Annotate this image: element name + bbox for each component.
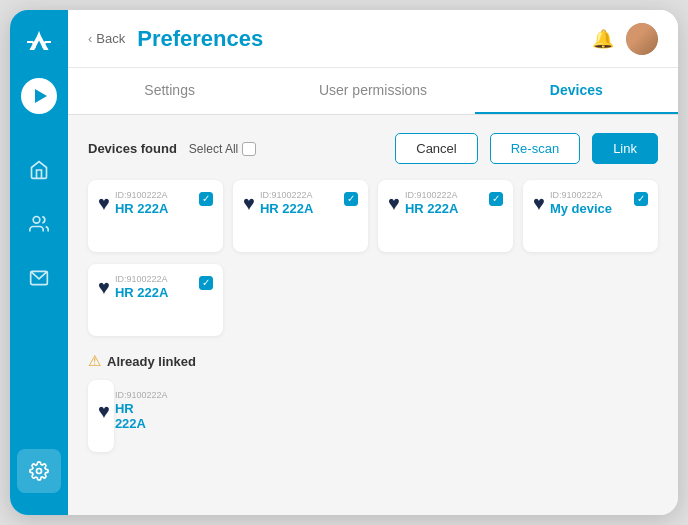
device-checkbox-3[interactable]: ✓ [489,192,503,206]
device-name-3: HR 222A [405,201,458,217]
linked-device-icon-area-1: ♥ ID:9100222A HR 222A [98,390,104,432]
rescan-button[interactable]: Re-scan [490,133,580,164]
device-icon-area-3: ♥ ID:9100222A HR 222A [388,190,458,216]
device-checkbox-2[interactable]: ✓ [344,192,358,206]
notification-icon[interactable]: 🔔 [592,28,614,50]
device-checkbox-1[interactable]: ✓ [199,192,213,206]
device-icon-area-4: ♥ ID:9100222A My device [533,190,612,216]
back-chevron-icon: ‹ [88,31,92,46]
check-icon-3: ✓ [492,194,500,204]
content-area: Devices found Select All Cancel Re-scan … [68,115,678,515]
tab-settings[interactable]: Settings [68,68,271,114]
device-icon-area-2: ♥ ID:9100222A HR 222A [243,190,313,216]
device-card-top-3: ♥ ID:9100222A HR 222A ✓ [388,190,503,216]
device-card-top-2: ♥ ID:9100222A HR 222A ✓ [243,190,358,216]
device-card-3[interactable]: ♥ ID:9100222A HR 222A ✓ [378,180,513,252]
device-name-5: HR 222A [115,285,168,301]
select-all-container: Select All [189,142,256,156]
device-name-1: HR 222A [115,201,168,217]
device-icon-area-1: ♥ ID:9100222A HR 222A [98,190,168,216]
device-info-2: ID:9100222A HR 222A [260,190,313,216]
device-checkbox-4[interactable]: ✓ [634,192,648,206]
linked-device-name-1: HR 222A [115,401,168,432]
main-content: ‹ Back Preferences 🔔 Settings User permi… [68,10,678,515]
play-icon [35,89,47,103]
sidebar-nav [17,148,61,449]
device-id-4: ID:9100222A [550,190,612,201]
select-all-checkbox[interactable] [242,142,256,156]
device-card-top-5: ♥ ID:9100222A HR 222A ✓ [98,274,213,300]
check-icon-4: ✓ [637,194,645,204]
tab-user-permissions[interactable]: User permissions [271,68,474,114]
svg-point-0 [33,217,40,224]
device-card-4[interactable]: ♥ ID:9100222A My device ✓ [523,180,658,252]
device-id-3: ID:9100222A [405,190,458,201]
heart-monitor-icon-3: ♥ [388,193,400,213]
play-button[interactable] [21,78,57,114]
linked-device-id-1: ID:9100222A [115,390,168,401]
linked-devices-list: ♥ ID:9100222A HR 222A [88,380,658,452]
device-card-top-4: ♥ ID:9100222A My device ✓ [533,190,648,216]
check-icon-5: ✓ [202,278,210,288]
device-info-1: ID:9100222A HR 222A [115,190,168,216]
device-icon-area-5: ♥ ID:9100222A HR 222A [98,274,168,300]
device-id-1: ID:9100222A [115,190,168,201]
cancel-button[interactable]: Cancel [395,133,477,164]
tabs: Settings User permissions Devices [68,68,678,115]
warning-icon: ⚠ [88,352,101,370]
header: ‹ Back Preferences 🔔 [68,10,678,68]
device-grid-row1: ♥ ID:9100222A HR 222A ✓ [88,180,658,252]
tab-devices[interactable]: Devices [475,68,678,114]
heart-monitor-icon-5: ♥ [98,277,110,297]
device-id-2: ID:9100222A [260,190,313,201]
app-logo [21,24,57,60]
linked-device-card-1[interactable]: ♥ ID:9100222A HR 222A [88,380,114,452]
already-linked-header: ⚠ Already linked [88,352,658,370]
header-right: 🔔 [592,23,658,55]
device-name-4: My device [550,201,612,217]
linked-heart-icon-1: ♥ [98,401,110,421]
link-button[interactable]: Link [592,133,658,164]
back-label: Back [96,31,125,46]
sidebar-settings[interactable] [17,449,61,493]
device-info-3: ID:9100222A HR 222A [405,190,458,216]
linked-device-info-1: ID:9100222A HR 222A [115,390,168,432]
sidebar [10,10,68,515]
device-name-2: HR 222A [260,201,313,217]
heart-monitor-icon-1: ♥ [98,193,110,213]
check-icon-2: ✓ [347,194,355,204]
device-card-top-1: ♥ ID:9100222A HR 222A ✓ [98,190,213,216]
device-info-5: ID:9100222A HR 222A [115,274,168,300]
svg-point-2 [37,469,42,474]
devices-found-label: Devices found [88,141,177,156]
app-frame: ‹ Back Preferences 🔔 Settings User permi… [10,10,678,515]
device-card-1[interactable]: ♥ ID:9100222A HR 222A ✓ [88,180,223,252]
back-button[interactable]: ‹ Back [88,31,125,46]
device-card-5[interactable]: ♥ ID:9100222A HR 222A ✓ [88,264,223,336]
already-linked-label: Already linked [107,354,196,369]
sidebar-item-users[interactable] [17,202,61,246]
select-all-label: Select All [189,142,238,156]
device-checkbox-5[interactable]: ✓ [199,276,213,290]
page-title: Preferences [137,26,580,52]
sidebar-bottom [17,449,61,501]
heart-monitor-icon-4: ♥ [533,193,545,213]
check-icon-1: ✓ [202,194,210,204]
sidebar-item-mail[interactable] [17,256,61,300]
device-info-4: ID:9100222A My device [550,190,612,216]
avatar[interactable] [626,23,658,55]
device-id-5: ID:9100222A [115,274,168,285]
devices-bar: Devices found Select All Cancel Re-scan … [88,133,658,164]
heart-monitor-icon-2: ♥ [243,193,255,213]
sidebar-item-home[interactable] [17,148,61,192]
device-card-2[interactable]: ♥ ID:9100222A HR 222A ✓ [233,180,368,252]
avatar-image [626,23,658,55]
device-grid-row2: ♥ ID:9100222A HR 222A ✓ [88,264,658,336]
